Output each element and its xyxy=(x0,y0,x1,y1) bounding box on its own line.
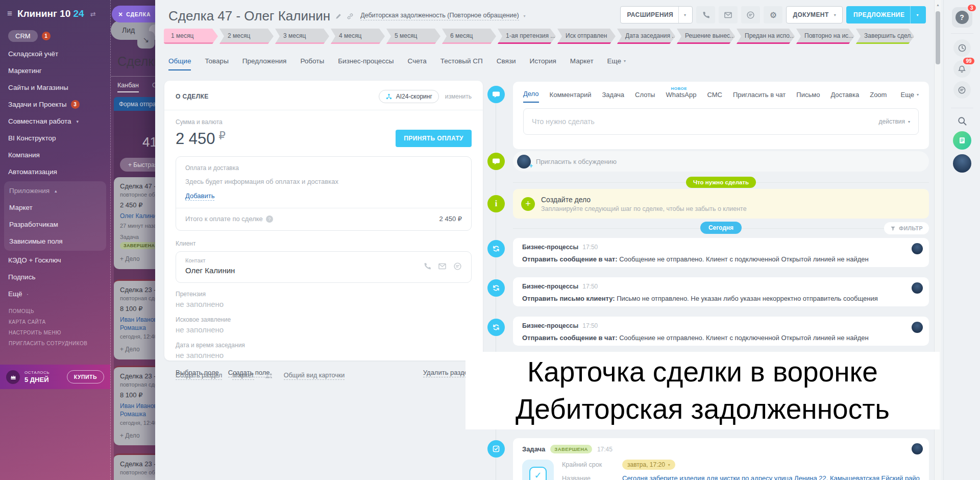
tab-test-sp[interactable]: Тестовый СП xyxy=(440,57,483,69)
copy-link-icon[interactable] xyxy=(347,13,354,20)
timeline-entry-bizproc-3[interactable]: Бизнес-процессы 17:50 Отправить сообщени… xyxy=(513,317,929,346)
todo-input[interactable] xyxy=(532,117,874,126)
chevron-down-icon[interactable]: ▾ xyxy=(834,13,836,17)
footer-link-configure-menu[interactable]: НАСТРОИТЬ МЕНЮ xyxy=(9,330,87,335)
add-plus-icon[interactable]: + xyxy=(521,197,535,211)
email-icon[interactable] xyxy=(438,262,447,271)
tl-tab-letter[interactable]: Письмо xyxy=(796,91,820,103)
add-activity-link[interactable]: + Дело xyxy=(120,432,155,439)
sidebar-item-marketing[interactable]: Маркетинг xyxy=(0,62,110,79)
create-section-link[interactable]: Создать раздел xyxy=(176,372,222,380)
tab-bizproc[interactable]: Бизнес-процессы xyxy=(338,57,394,69)
accept-payment-button[interactable]: ПРИНЯТЬ ОПЛАТУ xyxy=(396,130,472,147)
news-doc-button[interactable] xyxy=(953,131,971,150)
chat-icon[interactable] xyxy=(453,262,462,271)
deal-amount[interactable]: 2 450 xyxy=(176,130,215,148)
sidebar-item-sign[interactable]: Подпись xyxy=(0,269,110,285)
view-tab-kanban[interactable]: Канбан xyxy=(117,82,139,92)
tab-more[interactable]: Еще▾ xyxy=(607,57,626,69)
tab-general[interactable]: Общие xyxy=(168,57,191,70)
sidebar-item-inventory[interactable]: Складской учёт xyxy=(0,45,110,62)
quick-deal-button[interactable]: + Быстрая сделка xyxy=(120,158,155,172)
close-icon[interactable]: × xyxy=(118,11,122,18)
sidebar-item-company[interactable]: Компания xyxy=(0,147,110,163)
create-activity-hint[interactable]: + Создайте дело Запланируйте следующий ш… xyxy=(513,189,929,219)
stage-close-deal[interactable]: Завершить сдел... xyxy=(856,29,914,44)
tl-tab-comment[interactable]: Комментарий xyxy=(550,91,592,103)
tl-tab-whatsapp[interactable]: НОВОЕWhatsApp xyxy=(666,91,696,103)
ai-scoring-button[interactable]: AI24-скоринг xyxy=(379,90,439,103)
add-activity-link[interactable]: + Дело xyxy=(120,346,155,353)
edit-pencil-icon[interactable] xyxy=(335,13,342,20)
field-claim[interactable]: Претензия не заполнено xyxy=(176,291,472,308)
deadline-pill[interactable]: завтра, 17:20▾ xyxy=(622,460,675,470)
tl-tab-zoom[interactable]: Zoom xyxy=(870,91,887,103)
card-client-link[interactable]: Иван Иванов xyxy=(120,402,155,411)
tl-tab-slots[interactable]: Слоты xyxy=(635,91,655,103)
scrollbar-thumb[interactable] xyxy=(936,11,940,64)
tab-links[interactable]: Связи xyxy=(497,57,516,69)
edit-scoring-link[interactable]: изменить xyxy=(445,93,472,100)
timeline-entry-task[interactable]: Задача ЗАВЕРШЕНА 17:45 ✓ Крайний срок за… xyxy=(513,438,929,480)
market-link[interactable]: Маркет xyxy=(232,372,254,380)
sidebar-item-kedo[interactable]: КЭДО + Госключ xyxy=(0,252,110,269)
card-client-link[interactable]: Олег Калинин xyxy=(120,212,155,221)
payment-add-link[interactable]: Добавить xyxy=(185,192,214,201)
footer-link-invite[interactable]: ПРИГЛАСИТЬ СОТРУДНИКОВ xyxy=(9,341,87,346)
history-clock-button[interactable] xyxy=(953,39,971,57)
sidebar-item-bi[interactable]: BI Конструктор xyxy=(0,130,110,147)
stage-month-2[interactable]: 2 месяц xyxy=(219,29,274,44)
stage-month-1[interactable]: 1 месяц xyxy=(164,29,218,44)
user-avatar[interactable] xyxy=(953,154,971,173)
field-lawsuit[interactable]: Исковое заявление не заполнено xyxy=(176,316,472,334)
stage-month-5[interactable]: 5 месяц xyxy=(386,29,440,44)
sidebar-item-developers[interactable]: Разработчикам xyxy=(4,216,106,233)
chevron-down-icon[interactable]: ▾ xyxy=(684,13,686,17)
slider-close-tab[interactable]: × СДЕЛКА xyxy=(112,6,156,22)
stage-month-6[interactable]: 6 месяц xyxy=(442,29,496,44)
add-activity-link[interactable]: + Дело xyxy=(120,255,155,262)
sidebar-item-automation[interactable]: Автоматизация xyxy=(0,163,110,180)
sidebar-item-crm[interactable]: CRM 1 xyxy=(0,27,110,45)
tab-robots[interactable]: Роботы xyxy=(300,57,324,69)
email-button[interactable] xyxy=(719,6,738,23)
sidebar-item-collab[interactable]: Совместная работа▾ xyxy=(0,113,110,130)
stage-decision[interactable]: Решение вынес... xyxy=(677,29,735,44)
stage-claim-1[interactable]: 1-ая претензия ... xyxy=(498,29,556,44)
actions-dropdown[interactable]: действия▾ xyxy=(879,118,910,125)
scroll-up-arrow[interactable]: ▲ xyxy=(935,3,941,7)
tab-market[interactable]: Маркет xyxy=(570,57,594,69)
sidebar-item-market[interactable]: Маркет xyxy=(4,199,106,216)
search-icon[interactable] xyxy=(957,116,967,126)
pipeline-selector[interactable]: Дебиторская задолженность (Повторное обр… xyxy=(360,12,519,20)
kanban-card-deal-23c[interactable]: Сделка 23 - Иван Иванов повторное обраще… xyxy=(114,453,155,480)
sidebar-item-more[interactable]: Ещё· xyxy=(0,285,110,302)
settings-gear-button[interactable]: ⚙ xyxy=(764,6,782,23)
tl-tab-invite-chat[interactable]: Пригласить в чат xyxy=(733,91,786,103)
kanban-column-header[interactable]: Форма отправлена xyxy=(114,97,155,111)
document-button[interactable]: ДОКУМЕНТ▾ xyxy=(786,6,843,23)
sidebar-item-dependent-fields[interactable]: Зависимые поля xyxy=(4,233,106,250)
stage-month-3[interactable]: 3 месяц xyxy=(275,29,329,44)
sidebar-item-tasks[interactable]: Задачи и Проекты3 xyxy=(0,96,110,113)
tl-tab-activity[interactable]: Дело xyxy=(523,90,539,103)
card-client-link[interactable]: Иван Иванов xyxy=(120,316,155,324)
tl-tab-more[interactable]: Еще▾ xyxy=(901,91,919,103)
timeline-entry-bizproc-2[interactable]: Бизнес-процессы 17:50 Отправить письмо к… xyxy=(513,277,929,306)
tl-tab-delivery[interactable]: Доставка xyxy=(830,91,859,103)
sidebar-item-apps[interactable]: Приложения▴ xyxy=(4,182,106,199)
tl-tab-task[interactable]: Задача xyxy=(602,91,624,103)
tab-invoices[interactable]: Счета xyxy=(408,57,427,69)
timeline-entry-bizproc-1[interactable]: Бизнес-процессы 17:50 Отправить сообщени… xyxy=(513,238,929,267)
tab-history[interactable]: История xyxy=(530,57,556,69)
stage-hearing-date[interactable]: Дата заседания ... xyxy=(617,29,675,44)
stage-lawsuit-sent[interactable]: Иск отправлен xyxy=(557,29,616,44)
call-button[interactable] xyxy=(696,6,715,23)
notifications-bell-button[interactable]: 99 xyxy=(953,60,971,78)
footer-link-sitemap[interactable]: КАРТА САЙТА xyxy=(9,319,87,325)
invite-discussion-bar[interactable]: + Пригласить к обсуждению xyxy=(513,151,929,172)
card-company-link[interactable]: Ромашка xyxy=(120,324,155,331)
menu-burger-icon[interactable]: ≡ xyxy=(7,9,12,19)
stage-re-enforcement[interactable]: Повторно на ис... xyxy=(796,29,854,44)
brand-settings-icon[interactable]: ⇄ xyxy=(90,10,96,18)
